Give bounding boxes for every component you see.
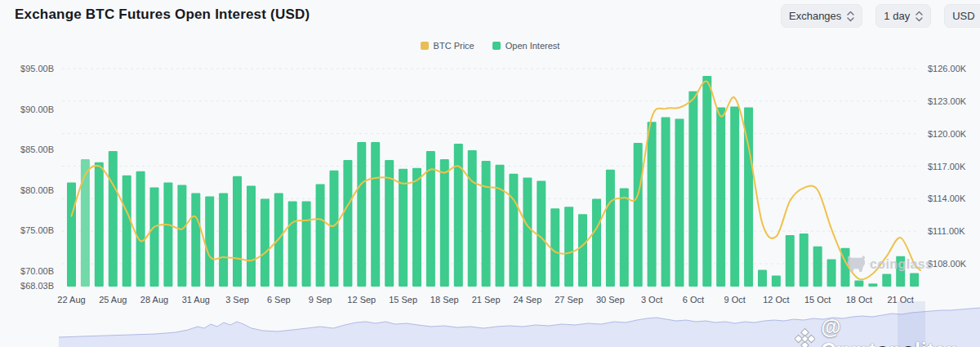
legend-item-open-interest[interactable]: Open Interest [492, 41, 560, 51]
open-interest-bar[interactable] [81, 159, 90, 287]
open-interest-bar[interactable] [233, 176, 242, 287]
open-interest-bar[interactable] [191, 194, 200, 287]
open-interest-bar[interactable] [399, 169, 408, 287]
header-controls: Exchanges 1 day USD [781, 4, 980, 28]
x-axis-label: 12 Oct [763, 295, 789, 305]
open-interest-bar[interactable] [606, 170, 615, 287]
open-interest-bar[interactable] [163, 183, 172, 287]
open-interest-bar[interactable] [634, 143, 643, 287]
open-interest-bar[interactable] [854, 280, 863, 287]
x-axis-label: 12 Sep [347, 295, 376, 305]
open-interest-bar[interactable] [67, 183, 76, 287]
open-interest-bar[interactable] [550, 208, 559, 287]
open-interest-bar[interactable] [620, 189, 629, 287]
right-axis-label: $111.00K [928, 226, 965, 236]
left-axis-label: $95.00B [20, 64, 54, 73]
cryptopolitan-watermark: @ Cryptopolitan [795, 315, 980, 347]
right-axis-label: $123.00K [928, 96, 967, 106]
open-interest-bar[interactable] [702, 76, 711, 287]
coinglass-watermark-text: coinglass [870, 257, 933, 272]
x-axis-label: 22 Aug [57, 295, 85, 305]
open-interest-bar[interactable] [136, 171, 145, 287]
x-axis-label: 15 Oct [804, 295, 831, 305]
open-interest-bar[interactable] [786, 235, 795, 287]
x-axis-label: 30 Sep [596, 295, 625, 305]
x-axis-label: 24 Sep [513, 295, 541, 305]
open-interest-bar[interactable] [412, 168, 421, 287]
open-interest-bar[interactable] [109, 151, 118, 287]
open-interest-bar[interactable] [95, 162, 104, 287]
right-axis-label: $126.00K [928, 64, 967, 73]
open-interest-bar[interactable] [730, 107, 739, 287]
coinglass-watermark: coinglass [847, 256, 933, 273]
x-axis-label: 6 Sep [267, 295, 291, 305]
open-interest-bar[interactable] [509, 174, 518, 287]
open-interest-bar[interactable] [357, 142, 366, 287]
left-axis-label: $75.00B [20, 225, 54, 235]
open-interest-bar[interactable] [716, 108, 725, 287]
open-interest-bar[interactable] [675, 118, 684, 287]
open-interest-bar[interactable] [468, 150, 477, 287]
open-interest-bar[interactable] [868, 283, 877, 287]
legend-label-btc-price: BTC Price [434, 41, 474, 51]
cryptopolitan-diamond-icon [795, 328, 815, 347]
chart-canvas[interactable]: $95.00B$90.00B$85.00B$80.00B$75.00B$70.0… [0, 0, 980, 347]
open-interest-bar[interactable] [688, 91, 697, 287]
open-interest-bar[interactable] [758, 270, 767, 287]
x-axis-label: 31 Aug [182, 295, 210, 305]
open-interest-bar[interactable] [302, 201, 311, 287]
interval-dropdown[interactable]: 1 day [875, 4, 931, 28]
open-interest-bar[interactable] [827, 260, 836, 287]
left-axis-label: $70.00B [20, 266, 54, 276]
updown-caret-icon [847, 11, 854, 22]
currency-dropdown[interactable]: USD [944, 4, 980, 28]
interval-dropdown-label: 1 day [884, 10, 910, 22]
legend-item-btc-price[interactable]: BTC Price [421, 41, 474, 51]
open-interest-bar[interactable] [343, 160, 352, 287]
x-axis-label: 25 Aug [99, 295, 127, 305]
open-interest-bar[interactable] [772, 275, 781, 287]
open-interest-bar[interactable] [261, 198, 270, 287]
open-interest-bar[interactable] [371, 142, 380, 287]
open-interest-bar[interactable] [316, 185, 325, 287]
x-axis-label: 3 Oct [641, 295, 662, 305]
x-axis-label: 18 Oct [846, 295, 872, 305]
open-interest-bar[interactable] [578, 214, 587, 287]
open-interest-bar[interactable] [592, 198, 601, 287]
open-interest-bar[interactable] [813, 247, 822, 287]
legend: BTC Price Open Interest [0, 41, 980, 51]
open-interest-bar[interactable] [537, 181, 546, 287]
open-interest-swatch-icon [492, 42, 501, 50]
open-interest-bar[interactable] [454, 144, 463, 287]
open-interest-bar[interactable] [564, 207, 573, 287]
open-interest-bar[interactable] [205, 196, 214, 287]
open-interest-bar[interactable] [523, 178, 532, 287]
open-interest-bar[interactable] [496, 165, 505, 287]
left-axis-label: $68.03B [20, 281, 54, 291]
exchanges-dropdown[interactable]: Exchanges [781, 4, 862, 28]
open-interest-bar[interactable] [330, 171, 339, 287]
open-interest-bar[interactable] [800, 234, 808, 287]
x-axis-label: 15 Sep [389, 295, 417, 305]
open-interest-bar[interactable] [882, 274, 891, 287]
open-interest-bar[interactable] [662, 117, 670, 287]
open-interest-bar[interactable] [122, 176, 131, 287]
btc-price-swatch-icon [421, 42, 429, 50]
x-axis-label: 28 Aug [140, 295, 168, 305]
right-axis-label: $108.00K [928, 259, 967, 269]
open-interest-bar[interactable] [482, 161, 491, 287]
x-axis-label: 9 Oct [724, 295, 746, 305]
open-interest-bar[interactable] [177, 185, 186, 287]
open-interest-bar[interactable] [150, 188, 159, 287]
open-interest-bar[interactable] [247, 186, 256, 287]
open-interest-bar[interactable] [648, 122, 657, 287]
updown-caret-icon [915, 11, 923, 22]
x-axis-label: 18 Sep [430, 295, 459, 305]
page-title: Exchange BTC Futures Open Interest (USD) [15, 7, 310, 23]
open-interest-bar[interactable] [219, 194, 228, 287]
open-interest-bar[interactable] [288, 201, 297, 287]
open-interest-bar[interactable] [440, 159, 449, 287]
cryptopolitan-watermark-text: @ Cryptopolitan [821, 315, 980, 347]
x-axis-label: 21 Sep [472, 295, 501, 305]
open-interest-bar[interactable] [910, 274, 919, 287]
